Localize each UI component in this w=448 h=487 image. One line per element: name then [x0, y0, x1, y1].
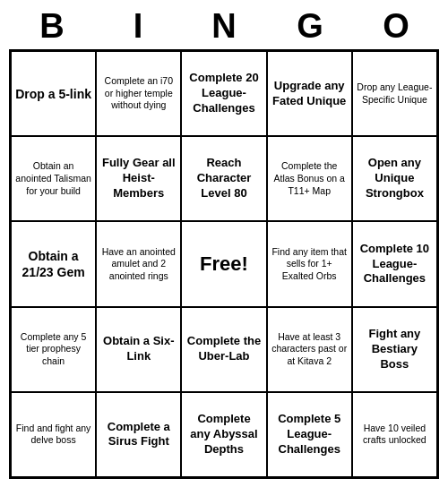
cell-19: Fight any Bestiary Boss [352, 307, 437, 392]
cell-18: Have at least 3 characters past or at Ki… [267, 307, 352, 392]
cell-20: Find and fight any delve boss [11, 392, 96, 477]
letter-i: I [99, 7, 177, 46]
cell-8: Complete the Atlas Bonus on a T11+ Map [267, 136, 352, 221]
cell-15: Complete any 5 tier prophesy chain [11, 307, 96, 392]
cell-22: Complete any Abyssal Depths [181, 392, 266, 477]
cell-5: Obtain an anointed Talisman for your bui… [11, 136, 96, 221]
cell-14: Complete 10 League-Challenges [352, 221, 437, 306]
cell-13: Find any item that sells for 1+ Exalted … [267, 221, 352, 306]
cell-0: Drop a 5-link [11, 51, 96, 136]
cell-23: Complete 5 League-Challenges [267, 392, 352, 477]
cell-7: Reach Character Level 80 [181, 136, 266, 221]
letter-g: G [271, 7, 349, 46]
cell-1: Complete an i70 or higher temple without… [96, 51, 181, 136]
cell-free: Free! [181, 221, 266, 306]
letter-n: N [185, 7, 263, 46]
cell-10: Obtain a 21/23 Gem [11, 221, 96, 306]
cell-3: Upgrade any Fated Unique [267, 51, 352, 136]
letter-b: B [13, 7, 91, 46]
cell-6: Fully Gear all Heist-Members [96, 136, 181, 221]
cell-16: Obtain a Six-Link [96, 307, 181, 392]
cell-24: Have 10 veiled crafts unlocked [352, 392, 437, 477]
cell-2: Complete 20 League-Challenges [181, 51, 266, 136]
bingo-grid: Drop a 5-link Complete an i70 or higher … [9, 49, 439, 479]
letter-o: O [357, 7, 435, 46]
bingo-title: B I N G O [9, 7, 439, 46]
cell-21: Complete a Sirus Fight [96, 392, 181, 477]
cell-9: Open any Unique Strongbox [352, 136, 437, 221]
cell-4: Drop any League-Specific Unique [352, 51, 437, 136]
cell-17: Complete the Uber-Lab [181, 307, 266, 392]
cell-11: Have an anointed amulet and 2 anointed r… [96, 221, 181, 306]
